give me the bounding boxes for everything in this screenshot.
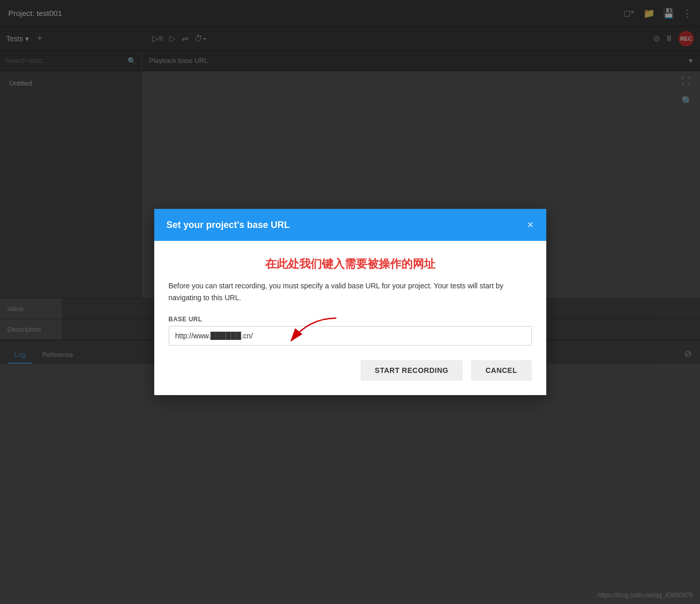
- start-recording-button[interactable]: START RECORDING: [361, 360, 463, 381]
- base-url-label: BASE URL: [169, 316, 532, 323]
- base-url-input[interactable]: [169, 326, 532, 346]
- modal-close-button[interactable]: ×: [527, 219, 534, 231]
- modal-overlay: Set your project's base URL × 在此处我们键入需要被…: [0, 0, 700, 604]
- modal-annotation: 在此处我们键入需要被操作的网址: [169, 256, 532, 272]
- modal-description: Before you can start recording, you must…: [169, 280, 532, 303]
- cancel-button[interactable]: CANCEL: [471, 360, 531, 381]
- modal-header: Set your project's base URL ×: [154, 209, 546, 241]
- modal-actions: START RECORDING CANCEL: [169, 360, 532, 381]
- modal-body: 在此处我们键入需要被操作的网址 Before you can start rec…: [154, 241, 546, 395]
- modal-dialog: Set your project's base URL × 在此处我们键入需要被…: [154, 209, 546, 395]
- modal-title: Set your project's base URL: [167, 220, 290, 231]
